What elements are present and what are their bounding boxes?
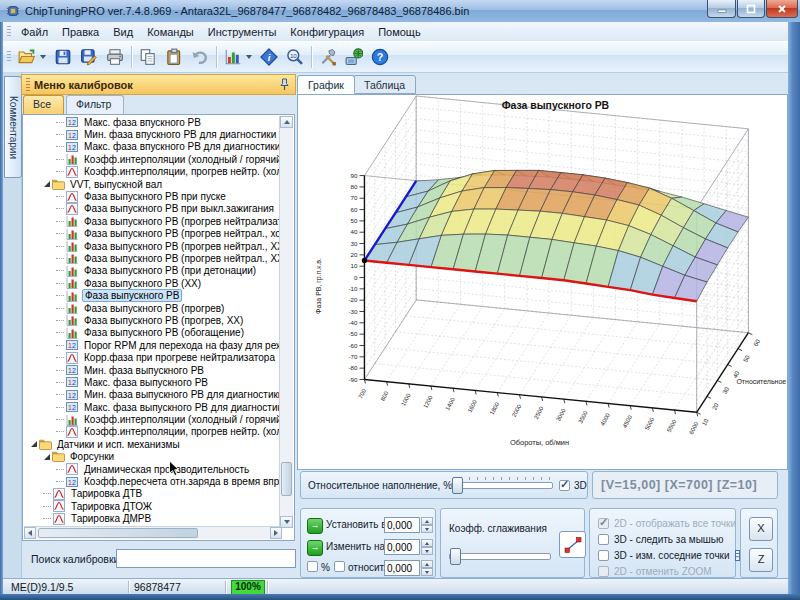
tree-item[interactable]: Фаза выпускного РВ (обогащение) (24, 327, 280, 339)
tree-item[interactable]: 12Макс. фаза впускного РВ (24, 116, 280, 128)
tree-vertical-scrollbar[interactable] (279, 116, 293, 528)
tree-item[interactable]: Фаза выпускного РВ (прогрев) (24, 302, 280, 314)
tree-item[interactable]: Фаза выпускного РВ (прогрев, ХХ) (24, 314, 280, 326)
tree-item[interactable]: Фаза выпускного РВ (прогрев нейтрал., хо… (24, 228, 280, 240)
tree-item[interactable]: Фаза выпускного РВ (24, 289, 280, 301)
tree-item[interactable]: Фаза выпускного РВ (прогрев нейтрализато… (24, 215, 280, 227)
tree-item[interactable]: 12Коэфф.пересчета отн.заряда в время впр… (24, 475, 280, 487)
option-checkbox-3[interactable] (598, 566, 609, 577)
set-value-input[interactable] (384, 517, 420, 533)
scroll-up-arrow[interactable] (280, 116, 293, 128)
tree-folder[interactable]: Датчики и исп. механизмы (24, 438, 280, 450)
tree-item[interactable]: Коэфф.интерполяции, прогрев нейтр. (холо… (24, 426, 280, 438)
tree-item[interactable]: Коэфф.интерполяции (холодный / горячий ) (24, 153, 280, 165)
option-checkbox-0[interactable] (598, 518, 609, 529)
undo-button[interactable] (187, 44, 213, 70)
edit-curve-button[interactable] (559, 531, 586, 558)
save-button[interactable] (50, 44, 76, 70)
tools-button[interactable] (315, 44, 341, 70)
tree-item[interactable]: Фаза выпускного РВ (прогрев нейтрал., ХХ… (24, 240, 280, 252)
network-button[interactable] (341, 44, 367, 70)
option-checkbox-2[interactable] (598, 550, 609, 561)
tree-folder[interactable]: VVT, выпускной вал (24, 178, 280, 190)
slider-track[interactable] (451, 482, 553, 489)
tree-item[interactable]: Тарировка ДТВ (24, 488, 280, 500)
expand-triangle-icon[interactable] (43, 453, 52, 461)
calibration-search-input[interactable] (116, 549, 296, 568)
menu-item-5[interactable]: Конфигурация (283, 24, 371, 40)
close-button[interactable] (766, 0, 798, 18)
tree-item[interactable]: Фаза выпускного РВ (ХХ) (24, 277, 280, 289)
print-button[interactable] (102, 44, 128, 70)
tree-item[interactable]: 12Мин. фаза выпускного РВ для диагностик… (24, 389, 280, 401)
set-value-spinner[interactable] (421, 517, 433, 533)
tree-item[interactable]: Фаза выпускного РВ при выкл.зажигания (24, 203, 280, 215)
change-value-input[interactable] (384, 539, 420, 555)
relative-checkbox[interactable] (334, 561, 345, 572)
menu-item-0[interactable]: Файл (14, 24, 55, 40)
chart-button[interactable] (220, 44, 246, 70)
relative-value-spinner[interactable] (421, 560, 433, 576)
change-value-spinner[interactable] (421, 539, 433, 555)
tree-item[interactable]: 12Макс. фаза выпускного РВ (24, 376, 280, 388)
slider-thumb[interactable] (450, 548, 461, 565)
expand-triangle-icon[interactable] (43, 180, 52, 188)
menu-item-6[interactable]: Помощь (371, 24, 428, 40)
slider-thumb[interactable] (452, 477, 463, 494)
help-button[interactable]: ? (367, 44, 393, 70)
scroll-right-arrow[interactable] (270, 527, 282, 539)
tree-horizontal-scrollbar[interactable] (24, 526, 282, 539)
tree-item[interactable]: 12Макс. фаза впускного РВ для диагностик… (24, 141, 280, 153)
tree-item[interactable]: 12Мин. фаза выпускного РВ (24, 364, 280, 376)
tab-filter[interactable]: Фильтр (66, 95, 124, 114)
tab-all[interactable]: Все (23, 95, 64, 114)
paste-button[interactable] (161, 44, 187, 70)
hscroll-thumb[interactable] (38, 528, 198, 538)
save-as-button[interactable] (76, 44, 102, 70)
scroll-left-arrow[interactable] (24, 527, 36, 539)
zoom-10-button[interactable]: 10 (282, 44, 308, 70)
surface-chart[interactable]: -90-80-70-60-50-40-30-20-100102030405060… (298, 95, 787, 469)
3d-checkbox[interactable] (559, 480, 570, 491)
info-button[interactable]: i (256, 44, 282, 70)
menu-item-3[interactable]: Команды (140, 24, 201, 40)
vscroll-thumb[interactable] (281, 462, 292, 496)
menu-item-2[interactable]: Вид (106, 24, 140, 40)
open-dropdown-arrow[interactable] (40, 55, 46, 59)
set-button[interactable]: Установить в (326, 519, 387, 530)
chart-dropdown-arrow[interactable] (246, 55, 252, 59)
x-axis-button[interactable]: X (749, 517, 773, 541)
tab-table[interactable]: Таблица (353, 75, 416, 94)
tree-item[interactable]: 12Мин. фаза впускного РВ для диагностики (24, 128, 280, 140)
tree-item[interactable]: Тарировка ДМРВ (24, 513, 280, 525)
smoothing-slider[interactable] (449, 545, 549, 567)
maximize-button[interactable] (737, 0, 765, 18)
tree-item[interactable]: Фаза выпускного РВ (прогрев нейтрал., ХХ… (24, 252, 280, 264)
tree-item[interactable]: Коэфф.интерполяции (холодный / горячий ) (24, 413, 280, 425)
relative-value-input[interactable] (384, 560, 420, 576)
tree-item[interactable]: Тарировка ДТОЖ (24, 500, 280, 512)
tree-folder[interactable]: Форсунки (24, 451, 280, 463)
copy-button[interactable] (135, 44, 161, 70)
change-button[interactable]: Изменить на (326, 541, 385, 552)
tab-chart[interactable]: График (297, 75, 355, 94)
option-checkbox-1[interactable] (598, 534, 609, 545)
comments-tab[interactable]: Комментарии (4, 76, 22, 178)
minimize-button[interactable] (707, 0, 736, 18)
tree-item[interactable]: 12Макс. фаза выпускного РВ для диагности… (24, 401, 280, 413)
menu-item-1[interactable]: Правка (55, 24, 106, 40)
tree-item[interactable]: Фаза выпускного РВ (при детонации) (24, 265, 280, 277)
menu-item-4[interactable]: Инструменты (201, 24, 284, 40)
pin-icon[interactable] (279, 78, 290, 93)
percent-checkbox[interactable] (307, 561, 318, 572)
expand-triangle-icon[interactable] (30, 440, 39, 448)
slider-track[interactable] (449, 553, 551, 560)
open-button[interactable] (14, 44, 40, 70)
tree-item[interactable]: Динамическая производительность (24, 463, 280, 475)
tree-item[interactable]: 12Порог RPM для перехода на фазу для реж… (24, 339, 280, 351)
load-slider[interactable] (451, 474, 551, 496)
tree-item[interactable]: Фаза выпускного РВ при пуске (24, 190, 280, 202)
tree-item[interactable]: Корр.фаза при прогреве нейтрализатора (24, 351, 280, 363)
z-axis-button[interactable]: Z (749, 548, 773, 572)
tree-item[interactable]: Коэфф.интерполяции, прогрев нейтр. (холо… (24, 166, 280, 178)
